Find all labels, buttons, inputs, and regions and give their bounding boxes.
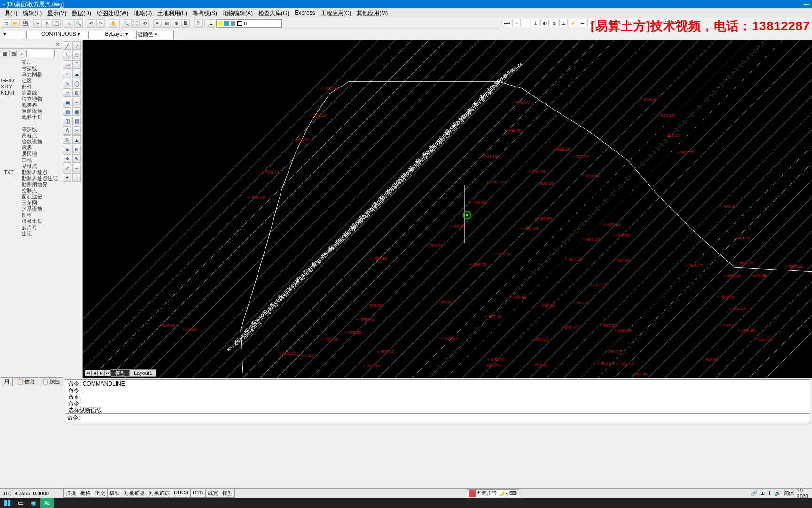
layer-tree-item[interactable]: 社区 — [22, 78, 58, 84]
calc-icon[interactable]: 🖩 — [181, 19, 190, 28]
layer-tree-item[interactable]: 等高线 — [22, 90, 58, 96]
start-button[interactable] — [0, 498, 14, 508]
lineweight-combo[interactable]: ByLayer ▾ — [88, 31, 135, 39]
layer-tree-item[interactable]: 单元网格 — [22, 71, 58, 78]
tab-layout1[interactable]: Layout1 — [130, 369, 156, 377]
tab-prev-icon[interactable]: ◀ — [91, 370, 98, 376]
circle-icon[interactable]: ○ — [63, 70, 71, 78]
mode-toggle[interactable]: 极轴 — [107, 489, 122, 498]
bycolor-combo[interactable]: 随颜色 ▾ — [136, 31, 174, 39]
pan-icon[interactable]: ✋ — [109, 19, 117, 28]
layer-tree-item[interactable]: 地貌土质 — [22, 114, 58, 120]
task-view-icon[interactable]: ▭ — [14, 498, 27, 508]
status-grid-icon[interactable]: ⊞ — [760, 490, 765, 496]
layer-tree-item[interactable]: 独立地物 — [22, 96, 58, 102]
layer-tree-item[interactable]: 部件 — [22, 84, 58, 90]
layer-tree-item[interactable]: 道路设施 — [22, 108, 58, 114]
insert-icon[interactable]: ⊞ — [72, 88, 81, 97]
layer-tree-item[interactable]: 面积注记 — [22, 194, 58, 200]
tab-last-icon[interactable]: ⏭ — [104, 370, 111, 376]
mode-toggle[interactable]: DUCS — [172, 489, 191, 498]
menu-item[interactable]: 等高线(S) — [190, 8, 220, 18]
dim-ord-icon[interactable]: ⊥ — [531, 19, 539, 27]
dim-qck-icon[interactable]: ⚡ — [569, 19, 577, 27]
menu-item[interactable]: 数据(D) — [69, 8, 94, 18]
erase-icon[interactable]: ✂ — [72, 126, 81, 135]
layer-combo[interactable]: 0 — [216, 19, 282, 28]
color-combo[interactable]: ▾ — [2, 31, 25, 39]
dim-aligned-icon[interactable]: ⟋ — [512, 19, 521, 27]
layer-tree-item[interactable]: 居民地 — [22, 151, 58, 157]
move-icon[interactable]: ✥ — [63, 154, 71, 163]
layer-tree-item[interactable]: 零层 — [22, 59, 58, 65]
menu-item[interactable]: Express — [292, 8, 318, 18]
spline-icon[interactable]: ∿ — [63, 79, 71, 87]
status-sound-icon[interactable]: 🔊 — [774, 490, 781, 496]
paste-icon[interactable]: 📋 — [52, 19, 61, 28]
trim-icon[interactable]: + — [63, 173, 71, 182]
ellipse-icon[interactable]: ◯ — [72, 79, 81, 87]
open-icon[interactable]: 📂 — [11, 19, 20, 28]
gradient-icon[interactable]: ▦ — [72, 107, 81, 116]
help-icon[interactable]: ? — [194, 19, 203, 28]
dim-dia-icon[interactable]: ⊘ — [550, 19, 558, 27]
layer-tree-item[interactable]: 控制点 — [22, 188, 58, 194]
dim-ang-icon[interactable]: ∠ — [559, 19, 568, 27]
menu-item[interactable]: 工程应用(C) — [318, 8, 354, 18]
layer-tree-item[interactable]: 水系设施 — [22, 206, 58, 212]
mode-toggle[interactable]: 正交 — [93, 489, 108, 498]
pline-icon[interactable]: ╲ — [63, 51, 71, 59]
status-link-icon[interactable]: 🔗 — [751, 490, 757, 496]
mode-toggle[interactable]: 栅格 — [78, 489, 93, 498]
tab-model[interactable]: 模型 — [111, 369, 130, 377]
mode-toggle[interactable]: 模型 — [220, 489, 235, 498]
mtext-icon[interactable]: A — [63, 126, 71, 135]
panel-btn1-icon[interactable]: ▦ — [1, 50, 8, 57]
scale-icon[interactable]: ⤢ — [63, 164, 71, 172]
rect-icon[interactable]: ▭ — [63, 60, 71, 69]
sheet-icon[interactable]: ⊞ — [163, 19, 171, 28]
layer-tree-item[interactable]: 等深线 — [22, 127, 58, 133]
tab-first-icon[interactable]: ⏮ — [85, 370, 91, 376]
menu-item[interactable]: 地籍(J) — [131, 8, 155, 18]
mode-toggle[interactable]: 对象捕捉 — [122, 489, 147, 498]
mirror-icon[interactable]: ▲ — [72, 135, 81, 144]
menu-item[interactable]: 地物编辑(A) — [220, 8, 256, 18]
app-browser-icon[interactable]: ◉ — [27, 498, 40, 508]
revcloud-icon[interactable]: ☁ — [72, 70, 81, 78]
menu-item[interactable]: 编辑(E) — [20, 8, 45, 18]
layer-tree-item[interactable]: 境界 — [22, 145, 58, 151]
panel-close-icon[interactable]: ✕ — [55, 41, 60, 48]
tab-info[interactable]: 📋 信息 — [14, 377, 38, 386]
dim-rad-icon[interactable]: ◐ — [540, 19, 549, 27]
block-icon[interactable]: ▣ — [63, 98, 71, 106]
menu-item[interactable]: 检查入库(G) — [256, 8, 292, 18]
zoom-prev-icon[interactable]: ⟲ — [141, 19, 149, 28]
layer-tree-item[interactable]: 勘测用地界 — [22, 182, 58, 188]
layer-tree-item[interactable]: 勘测界址点注记 — [22, 175, 58, 182]
mode-toggle[interactable]: 对象追踪 — [147, 489, 172, 498]
point-icon[interactable]: • — [72, 98, 81, 106]
layer-tree-item[interactable]: 勘测界址点 — [22, 169, 58, 175]
region-icon[interactable]: ◫ — [63, 117, 71, 125]
zoom-rt-icon[interactable]: 🔍 — [122, 19, 130, 28]
redo-icon[interactable]: ↷ — [96, 19, 105, 28]
layer-tree-item[interactable]: 注记 — [22, 230, 58, 237]
layer-tree-item[interactable]: 植被土质 — [22, 218, 58, 224]
layer-tree-item[interactable]: 宗地 — [22, 157, 58, 163]
panel-search-input[interactable] — [26, 50, 55, 57]
mode-toggle[interactable]: 捕捉 — [63, 489, 78, 498]
preview-icon[interactable]: 🔍 — [74, 19, 83, 28]
panel-btn2-icon[interactable]: ▤ — [9, 50, 17, 57]
layer-tree-item[interactable]: 展点号 — [22, 224, 58, 230]
dim-base-icon[interactable]: ⊢ — [578, 19, 586, 27]
offset-icon[interactable]: ◈ — [63, 145, 71, 153]
zoom-win-icon[interactable]: ⛶ — [131, 19, 140, 28]
menu-item[interactable]: 土地利用(L) — [155, 8, 190, 18]
layer-tree-item[interactable] — [22, 120, 58, 127]
layer-tree-item[interactable]: 高程点 — [22, 133, 58, 139]
layer-tree-item[interactable]: 图框 — [22, 212, 58, 218]
ime-indicator[interactable]: 五笔拼音 🌙 •. ⌨ — [467, 489, 520, 497]
extend-icon[interactable]: → — [72, 173, 81, 182]
drawing-canvas[interactable]: K0+087.0 708.05K0+084.0 706.25K0+081.0 7… — [83, 40, 812, 378]
